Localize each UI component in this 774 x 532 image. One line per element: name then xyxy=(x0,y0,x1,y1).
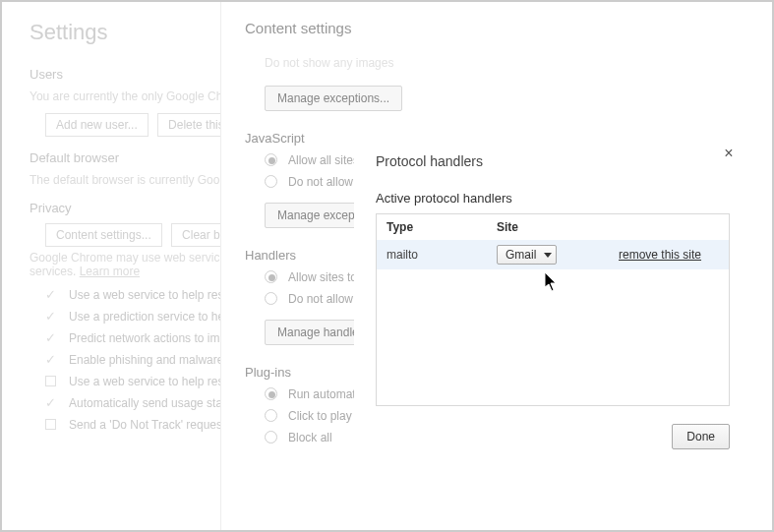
handlers-table: Type Site mailto Gmail remove this site xyxy=(376,213,730,406)
images-block-option: Do not show any images xyxy=(245,56,727,70)
col-action-header xyxy=(605,220,719,234)
plugins-block-label: Block all xyxy=(288,431,332,444)
learn-more-link[interactable]: Learn more xyxy=(80,265,140,278)
manage-exceptions-button[interactable]: Manage exceptions... xyxy=(265,86,402,111)
check-icon: ✓ xyxy=(45,288,59,302)
checkbox-icon xyxy=(45,419,56,430)
row-site: Gmail xyxy=(497,245,605,265)
dialog-title: Protocol handlers xyxy=(376,153,730,169)
privacy-desc-line2: services. xyxy=(30,265,76,278)
table-row: mailto Gmail remove this site xyxy=(377,240,729,269)
radio-icon xyxy=(265,292,277,305)
site-dropdown[interactable]: Gmail xyxy=(497,245,557,265)
check-icon: ✓ xyxy=(45,310,59,324)
radio-icon xyxy=(265,409,277,422)
check-icon: ✓ xyxy=(45,331,59,345)
dialog-footer: Done xyxy=(376,424,730,449)
radio-icon xyxy=(265,175,277,188)
site-dropdown-value: Gmail xyxy=(506,248,536,262)
table-header: Type Site xyxy=(377,214,729,240)
protocol-handlers-dialog: × Protocol handlers Active protocol hand… xyxy=(354,132,751,465)
chevron-down-icon xyxy=(544,253,552,258)
radio-selected-icon xyxy=(265,387,277,400)
add-user-button[interactable]: Add new user... xyxy=(45,113,149,137)
done-button[interactable]: Done xyxy=(672,424,730,449)
checkbox-icon xyxy=(45,376,56,386)
radio-selected-icon xyxy=(265,153,277,166)
col-type-header: Type xyxy=(387,220,497,234)
content-settings-button[interactable]: Content settings... xyxy=(45,223,162,247)
check-icon: ✓ xyxy=(45,396,59,410)
dialog-subtitle: Active protocol handlers xyxy=(376,191,730,206)
remove-site-link[interactable]: remove this site xyxy=(619,248,701,262)
check-icon: ✓ xyxy=(45,353,59,367)
radio-selected-icon xyxy=(265,270,277,283)
row-action: remove this site xyxy=(605,248,719,262)
plugins-click-label: Click to play xyxy=(288,409,352,423)
row-type: mailto xyxy=(387,248,497,262)
radio-icon xyxy=(265,431,277,443)
col-site-header: Site xyxy=(497,220,605,234)
content-settings-title: Content settings xyxy=(245,20,727,36)
close-icon[interactable]: × xyxy=(720,146,738,163)
